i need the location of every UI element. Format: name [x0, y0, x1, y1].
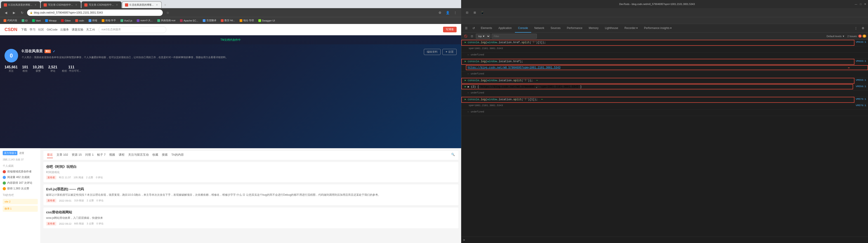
devtools-tab-console[interactable]: Console: [515, 24, 531, 33]
blog-tab-posts[interactable]: 帖子 7: [97, 153, 105, 158]
bookmark-weapp[interactable]: Weapp: [43, 19, 59, 22]
console-source-r3[interactable]: VM556:1: [851, 85, 866, 88]
console-source-4[interactable]: VM576:1: [851, 98, 866, 101]
bookmark-qianduan[interactable]: 前端: [87, 18, 99, 23]
csdn-nav-learn[interactable]: 学习: [30, 28, 35, 32]
blog-tab-video[interactable]: 视频: [109, 153, 115, 158]
bookmark-qianduan2[interactable]: 前端·学手: [100, 18, 118, 23]
console-source-3[interactable]: VM556:1: [851, 79, 866, 81]
devtools-tab-application[interactable]: Application: [495, 24, 515, 33]
profile-button[interactable]: 👤: [444, 9, 451, 16]
bookmark-el[interactable]: El: [20, 19, 29, 22]
tab-close-4[interactable]: ✕: [155, 3, 159, 7]
devtools-tab-lighthouse[interactable]: Lighthouse: [602, 24, 621, 33]
csdn-nav-ai[interactable]: 天工AI: [86, 28, 95, 32]
csdn-search-box[interactable]: vue3生态例题库: [98, 26, 166, 33]
devtools-close-button[interactable]: ✕: [864, 3, 866, 6]
devtools-refresh-icon[interactable]: ↺: [470, 25, 477, 31]
devtools-pointer-button[interactable]: ☰: [463, 25, 469, 31]
console-prompt-input[interactable]: [467, 239, 866, 242]
console-filter-input[interactable]: [492, 34, 537, 39]
console-source-r4[interactable]: VM576:1: [851, 104, 866, 107]
devtools-tab-elements[interactable]: Elements: [477, 24, 495, 33]
blog-tab-follow[interactable]: 关注与留言互动: [128, 153, 149, 158]
bookmark-csdn[interactable]: csdn: [73, 19, 86, 22]
console-clear-button[interactable]: 🚫: [463, 34, 468, 39]
devtools-minimize-button[interactable]: —: [855, 3, 857, 5]
bookmark-label-qianduan: 前端: [92, 19, 97, 22]
tab-1[interactable]: 0.活在风浪里的博客... ✕: [1, 1, 40, 8]
bookmark-code-snippets[interactable]: 代码片段: [2, 18, 19, 23]
csdn-nav-gitcode[interactable]: GitCode: [47, 28, 58, 31]
blog-tab-qa[interactable]: 问答 1: [85, 153, 94, 158]
devtools-inspect-button[interactable]: ⊞: [471, 9, 478, 16]
blog-tab-articles[interactable]: 文章 102: [57, 153, 68, 158]
devtools-tab-recorder[interactable]: Recorder ▾: [621, 24, 641, 33]
csdn-write-button[interactable]: 写博客: [443, 27, 457, 32]
csdn-nav-community[interactable]: 社区: [38, 28, 44, 32]
search-placeholder: vue3生态例题库: [101, 28, 121, 31]
csdn-logo[interactable]: CSDN: [4, 27, 18, 32]
devtools-tab-memory[interactable]: Memory: [586, 24, 602, 33]
extensions-button[interactable]: ⚙: [437, 9, 443, 16]
bookmark-baidu[interactable]: 百度翻译: [201, 18, 218, 23]
devtools-tab-sources[interactable]: Sources: [548, 24, 564, 33]
bookmark-vue2[interactable]: Vue2.js: [119, 19, 134, 22]
tab-4[interactable]: 0.活在风浪里的博客... ✕: [122, 1, 161, 8]
forward-button[interactable]: ▶: [11, 9, 17, 16]
settings-button[interactable]: ✦ 设置: [442, 49, 457, 55]
tab-2[interactable]: 写文章-CSDN创作中... ✕: [41, 1, 81, 8]
bookmark-apache[interactable]: Apache EC...: [178, 19, 200, 22]
devtools-device-button[interactable]: 📱: [479, 9, 486, 16]
blog-search-icon[interactable]: 🔍: [451, 153, 455, 158]
edit-profile-button[interactable]: 编辑资料: [424, 49, 440, 55]
blog-tab-course[interactable]: 课程: [119, 153, 125, 158]
devtools-maximize-button[interactable]: □: [860, 3, 862, 5]
article-time-2: 2022 09:01: [59, 199, 71, 202]
csdn-nav-download[interactable]: 下载: [21, 28, 27, 32]
tab-close-3[interactable]: ✕: [115, 3, 119, 7]
blog-tab-search[interactable]: 搜索: [162, 153, 168, 158]
console-level-select[interactable]: top ▼: [476, 34, 490, 39]
devtools-tab-performance[interactable]: Performance: [564, 24, 586, 33]
special-weibo[interactable]: 微博 1: [3, 206, 38, 212]
tab-close-2[interactable]: ✕: [74, 3, 78, 7]
article-title-2[interactable]: Evil.js(罪恶的) —— 代码: [46, 187, 456, 191]
bookmark-vuex[interactable]: vuex十大...: [135, 18, 154, 23]
console-link-2[interactable]: https://blog.csdn.net/m0_57904695?spm=10…: [468, 66, 560, 69]
bookmark-vant[interactable]: Vant: [30, 19, 42, 22]
console-source-1[interactable]: VM436:1: [851, 41, 866, 44]
devtools-tab-perf-insights[interactable]: Performance insights ▾: [641, 24, 675, 33]
bookmark-shuan[interactable]: 数安·htt...: [219, 18, 237, 23]
blog-tab-resources[interactable]: 资源 15: [72, 153, 82, 158]
default-levels-label[interactable]: Default levels ▼: [827, 35, 845, 37]
bookmark-gitee[interactable]: Gitee: [59, 19, 72, 22]
refresh-button[interactable]: ↻: [19, 9, 25, 16]
devtools-dock-button[interactable]: ⊟: [464, 9, 470, 16]
new-tab-button[interactable]: +: [162, 2, 168, 8]
devtools-settings-button[interactable]: ⚙: [860, 25, 866, 31]
devtools-tab-network[interactable]: Network: [531, 24, 548, 33]
bookmark-fengge[interactable]: 风格指南·vue: [156, 18, 178, 23]
article-title-3[interactable]: css滑动动画网站: [46, 210, 456, 215]
back-button[interactable]: ◀: [3, 9, 9, 16]
blog-tab-ta-content[interactable]: TA的内容: [171, 153, 184, 158]
blog-tab-recent[interactable]: 最近: [47, 153, 53, 158]
tab-3[interactable]: 写文章-CSDN创作中... ✕: [81, 1, 122, 8]
menu-button[interactable]: ⋮: [452, 9, 458, 16]
csdn-nav-lab[interactable]: 课题实验: [72, 28, 84, 32]
address-input[interactable]: 🔒 blog.csdn.net/m0_57904695?spm=1001.210…: [27, 9, 163, 16]
console-filter-icon[interactable]: ⊡: [469, 34, 474, 39]
devtools-more-tabs-button[interactable]: ⋮: [852, 25, 859, 31]
console-prompt[interactable]: >: [461, 237, 868, 243]
tab-title-4: 0.活在风浪里的博客...: [129, 3, 153, 6]
console-source-2[interactable]: VM493:1: [851, 60, 866, 62]
tab-close-1[interactable]: ✕: [34, 3, 37, 7]
bookmark-star-button[interactable]: ☆: [164, 9, 171, 16]
bookmark-dizhi[interactable]: 地址·导理: [238, 18, 256, 23]
bookmark-swagger[interactable]: Swagger UI: [256, 19, 277, 22]
special-vite[interactable]: vite 2: [3, 199, 38, 204]
article-title-1[interactable]: 你吧《时间》玩明白: [46, 165, 456, 169]
blog-tab-favorite[interactable]: 收藏: [152, 153, 158, 158]
csdn-nav-cloud[interactable]: 云服务: [60, 28, 69, 32]
